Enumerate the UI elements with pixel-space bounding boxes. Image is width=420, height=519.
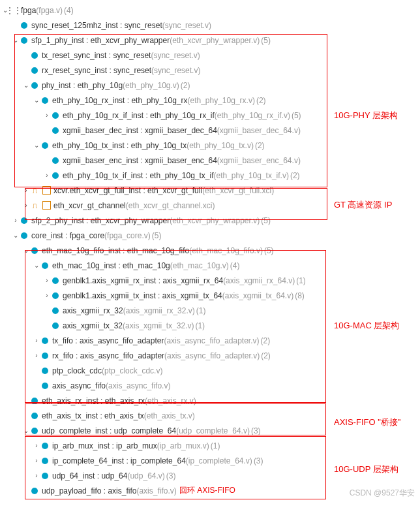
box-udp bbox=[25, 436, 326, 499]
file-name: (sync_reset.v) bbox=[162, 21, 211, 30]
instance-name: sync_reset_125mhz_inst : sync_reset bbox=[31, 21, 162, 30]
tree-row[interactable]: ⌄core_inst : fpga_core (fpga_core.v) (5) bbox=[1, 228, 419, 243]
module-icon bbox=[20, 21, 29, 30]
box-phy bbox=[14, 34, 327, 187]
box-gt bbox=[25, 188, 327, 220]
hierarchy-icon: ⋮⋮ bbox=[9, 6, 18, 15]
watermark: CSDN @9527华安 bbox=[350, 488, 415, 499]
label-udp: 10G-UDP 层架构 bbox=[334, 464, 398, 475]
tree-row[interactable]: ⌄⋮⋮fpga (fpga.v) (4) bbox=[1, 3, 419, 18]
child-count: (5) bbox=[152, 231, 162, 240]
label-mac: 10G-MAC 层架构 bbox=[334, 320, 399, 332]
child-count: (4) bbox=[64, 6, 74, 15]
box-mac bbox=[25, 250, 326, 403]
label-gt: GT 高速资源 IP bbox=[334, 199, 392, 211]
label-phy: 10G-PHY 层架构 bbox=[334, 110, 398, 121]
file-name: (fpga.v) bbox=[36, 6, 63, 15]
instance-name: core_inst : fpga_core bbox=[31, 231, 104, 240]
tree-row[interactable]: sync_reset_125mhz_inst : sync_reset (syn… bbox=[1, 18, 419, 33]
module-icon bbox=[20, 231, 29, 240]
box-axis bbox=[25, 403, 326, 435]
file-name: (fpga_core.v) bbox=[104, 231, 151, 240]
label-axis: AXIS-FIFO "桥接" bbox=[334, 417, 400, 428]
expand-arrow-icon[interactable]: ⌄ bbox=[12, 232, 20, 239]
expand-arrow-icon[interactable]: › bbox=[12, 217, 20, 224]
instance-name: fpga bbox=[21, 6, 36, 15]
